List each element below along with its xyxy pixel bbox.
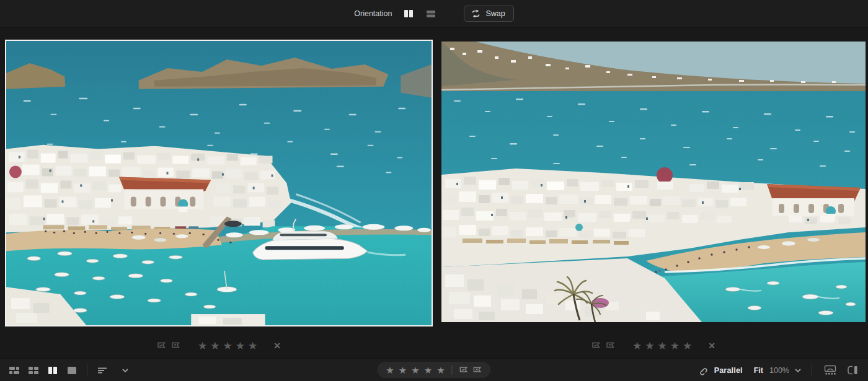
view-switcher bbox=[6, 359, 133, 381]
detail-view-button[interactable] bbox=[64, 362, 80, 379]
reject-flag-icon[interactable] bbox=[606, 341, 615, 350]
toolbar-rating: ★ ★ ★ ★ ★ bbox=[386, 366, 445, 375]
right-photo[interactable] bbox=[441, 42, 866, 322]
right-panel-icon bbox=[847, 365, 858, 375]
compare-area: ★ ★ ★ ★ ★ ✕ ★ ★ bbox=[0, 28, 868, 358]
star-icon[interactable]: ★ bbox=[670, 341, 680, 351]
star-icon[interactable]: ★ bbox=[248, 341, 257, 351]
pill-divider bbox=[452, 365, 453, 375]
left-photo-controls: ★ ★ ★ ★ ★ ✕ bbox=[157, 339, 281, 352]
filmstrip-toggle-button[interactable] bbox=[822, 362, 838, 379]
right-photo-controls: ★ ★ ★ ★ ★ ✕ bbox=[591, 339, 715, 352]
horizontal-split-icon bbox=[425, 9, 436, 19]
close-icon[interactable]: ✕ bbox=[708, 341, 715, 351]
grid-square-view-button[interactable] bbox=[25, 362, 42, 379]
zoom-mode-label[interactable]: Parallel bbox=[714, 366, 743, 375]
pick-flag-icon[interactable] bbox=[459, 366, 469, 374]
chevron-down-icon bbox=[122, 368, 129, 373]
right-panel-toggle-button[interactable] bbox=[844, 362, 861, 379]
star-icon[interactable]: ★ bbox=[683, 341, 692, 351]
toolbar-divider bbox=[87, 364, 87, 377]
compare-view-button[interactable] bbox=[45, 362, 61, 379]
star-icon[interactable]: ★ bbox=[223, 341, 232, 351]
compare-icon bbox=[47, 366, 58, 375]
swap-button[interactable]: Swap bbox=[464, 6, 513, 22]
reject-flag-icon[interactable] bbox=[171, 341, 180, 350]
bottom-toolbar: ★ ★ ★ ★ ★ P bbox=[0, 358, 868, 381]
orientation-vertical-button[interactable] bbox=[401, 6, 417, 22]
grid-mosaic-icon bbox=[9, 366, 20, 375]
grid-mosaic-view-button[interactable] bbox=[6, 362, 22, 379]
star-icon[interactable]: ★ bbox=[645, 341, 654, 351]
swap-label: Swap bbox=[485, 9, 505, 18]
sort-chevron-button[interactable] bbox=[117, 362, 133, 379]
star-icon[interactable]: ★ bbox=[236, 341, 245, 351]
grid-square-icon bbox=[28, 366, 39, 375]
reject-flag-icon[interactable] bbox=[473, 366, 482, 374]
left-photo-image bbox=[6, 41, 432, 325]
star-icon[interactable]: ★ bbox=[399, 366, 407, 375]
chevron-down-icon[interactable] bbox=[794, 368, 802, 373]
pick-flag-icon[interactable] bbox=[157, 341, 166, 350]
toolbar-divider bbox=[812, 364, 812, 377]
top-toolbar: Orientation Swap bbox=[0, 0, 868, 28]
compare-view: Orientation Swap bbox=[0, 0, 868, 381]
orientation-horizontal-button[interactable] bbox=[423, 6, 439, 22]
filmstrip-icon bbox=[824, 365, 836, 375]
rating-flag-pill: ★ ★ ★ ★ ★ bbox=[377, 362, 490, 378]
star-icon[interactable]: ★ bbox=[198, 341, 207, 351]
close-icon[interactable]: ✕ bbox=[273, 341, 281, 351]
sort-menu-button[interactable] bbox=[94, 362, 110, 379]
star-icon[interactable]: ★ bbox=[210, 341, 219, 351]
star-icon[interactable]: ★ bbox=[424, 366, 432, 375]
star-icon[interactable]: ★ bbox=[411, 366, 419, 375]
sort-icon bbox=[97, 366, 108, 375]
link-icon[interactable] bbox=[697, 365, 708, 376]
star-icon[interactable]: ★ bbox=[436, 366, 445, 375]
zoom-controls: Parallel Fit 100% bbox=[697, 359, 861, 381]
right-photo-image bbox=[441, 42, 866, 322]
swap-icon bbox=[471, 9, 481, 18]
star-icon[interactable]: ★ bbox=[632, 341, 642, 351]
zoom-value[interactable]: 100% bbox=[769, 366, 789, 375]
right-photo-rating: ★ ★ ★ ★ ★ bbox=[632, 341, 692, 351]
vertical-split-icon bbox=[403, 9, 414, 19]
star-icon[interactable]: ★ bbox=[658, 341, 667, 351]
left-photo-rating: ★ ★ ★ ★ ★ bbox=[198, 341, 257, 351]
left-photo[interactable] bbox=[5, 40, 433, 326]
star-icon[interactable]: ★ bbox=[386, 366, 394, 375]
detail-view-icon bbox=[66, 366, 78, 375]
fit-label[interactable]: Fit bbox=[754, 366, 763, 375]
pick-flag-icon[interactable] bbox=[591, 341, 601, 350]
orientation-label: Orientation bbox=[354, 9, 392, 18]
